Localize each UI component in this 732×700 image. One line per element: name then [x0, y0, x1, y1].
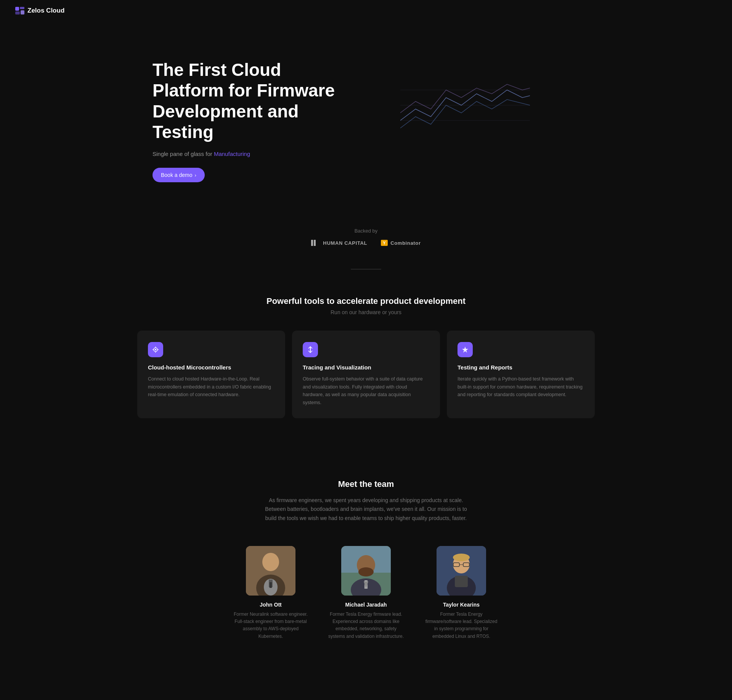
team-title: Meet the team [137, 479, 595, 489]
svg-point-10 [155, 349, 156, 350]
features-header: Powerful tools to accelerate product dev… [137, 296, 595, 315]
features-section: Powerful tools to accelerate product dev… [0, 296, 732, 449]
logo-icon [15, 7, 24, 14]
human-capital-text: HUMAN CAPITAL [323, 240, 367, 246]
team-description: As firmware engineers, we spent years de… [263, 496, 469, 523]
book-demo-button[interactable]: Book a demo › [152, 168, 205, 182]
demo-arrow-icon: › [195, 172, 196, 178]
yc-logo: Y Combinator [381, 240, 421, 246]
feature-card-desc-2: Iterate quickly with a Python-based test… [458, 375, 584, 399]
testing-icon [458, 342, 473, 357]
section-divider [351, 269, 381, 270]
hero-subtitle-prefix: Single pane of glass for [152, 151, 214, 157]
features-title: Powerful tools to accelerate product dev… [137, 296, 595, 306]
yc-badge: Y [381, 240, 388, 246]
hero-section: The First Cloud Platform for Firmware De… [0, 21, 732, 213]
svg-rect-1 [20, 7, 24, 9]
logo[interactable]: Zelos Cloud [15, 7, 64, 14]
svg-rect-7 [311, 240, 313, 246]
backed-by-label: Backed by [0, 228, 732, 234]
feature-card-title-0: Cloud-hosted Microcontrollers [148, 364, 274, 371]
team-bio-michael: Former Tesla Energy firmware lead. Exper… [328, 611, 404, 640]
logo-text: Zelos Cloud [27, 7, 64, 14]
tracing-icon [303, 342, 318, 357]
team-member-john: John Ott Former Neuralink software engin… [229, 546, 313, 640]
avatar-michael [341, 546, 391, 596]
feature-card-desc-0: Connect to cloud hosted Hardware-in-the-… [148, 375, 274, 399]
team-bio-taylor: Former Tesla Energy firmware/software le… [423, 611, 499, 640]
team-name-taylor: Taylor Kearins [443, 602, 480, 608]
avatar-john [246, 546, 295, 596]
svg-point-18 [262, 553, 279, 571]
microcontrollers-icon [148, 342, 163, 357]
human-capital-logo: HUMAN CAPITAL [311, 240, 367, 246]
yc-text: Combinator [390, 240, 421, 246]
svg-rect-3 [21, 10, 24, 14]
team-member-michael: Michael Jaradah Former Tesla Energy firm… [324, 546, 408, 640]
team-member-taylor: Taylor Kearins Former Tesla Energy firmw… [419, 546, 503, 640]
feature-card-desc-1: Observe full-system behavior with a suit… [303, 375, 429, 407]
svg-point-36 [453, 554, 470, 561]
hero-subtitle: Single pane of glass for Manufacturing [152, 151, 351, 157]
book-demo-label: Book a demo [161, 172, 193, 178]
feature-card-microcontrollers: Cloud-hosted Microcontrollers Connect to… [137, 331, 285, 418]
svg-rect-2 [15, 11, 20, 14]
spacer [0, 671, 732, 700]
features-subtitle: Run on our hardware or yours [137, 309, 595, 315]
hc-logo-icon [311, 240, 320, 246]
feature-card-tracing: Tracing and Visualization Observe full-s… [292, 331, 440, 418]
team-grid: John Ott Former Neuralink software engin… [229, 546, 503, 640]
team-bio-john: Former Neuralink software engineer. Full… [233, 611, 309, 640]
svg-rect-8 [314, 240, 316, 246]
svg-rect-0 [15, 7, 19, 11]
feature-card-title-1: Tracing and Visualization [303, 364, 429, 371]
backed-logos: HUMAN CAPITAL Y Combinator [0, 240, 732, 246]
hero-chart [400, 67, 530, 136]
team-section: Meet the team As firmware engineers, we … [0, 449, 732, 671]
header: Zelos Cloud [0, 0, 732, 21]
svg-rect-38 [455, 576, 468, 587]
hero-title: The First Cloud Platform for Firmware De… [152, 59, 351, 142]
svg-rect-22 [270, 582, 272, 588]
hero-graphic [351, 59, 580, 136]
backed-by-section: Backed by HUMAN CAPITAL Y Combinator [0, 213, 732, 269]
team-name-john: John Ott [260, 602, 282, 608]
team-name-michael: Michael Jaradah [345, 602, 387, 608]
hero-subtitle-highlight: Manufacturing [214, 151, 250, 157]
hero-content: The First Cloud Platform for Firmware De… [152, 59, 351, 182]
feature-card-testing: Testing and Reports Iterate quickly with… [447, 331, 595, 418]
features-grid: Cloud-hosted Microcontrollers Connect to… [137, 331, 595, 418]
avatar-taylor [437, 546, 486, 596]
feature-card-title-2: Testing and Reports [458, 364, 584, 371]
svg-marker-16 [462, 347, 468, 353]
svg-point-27 [358, 567, 374, 576]
